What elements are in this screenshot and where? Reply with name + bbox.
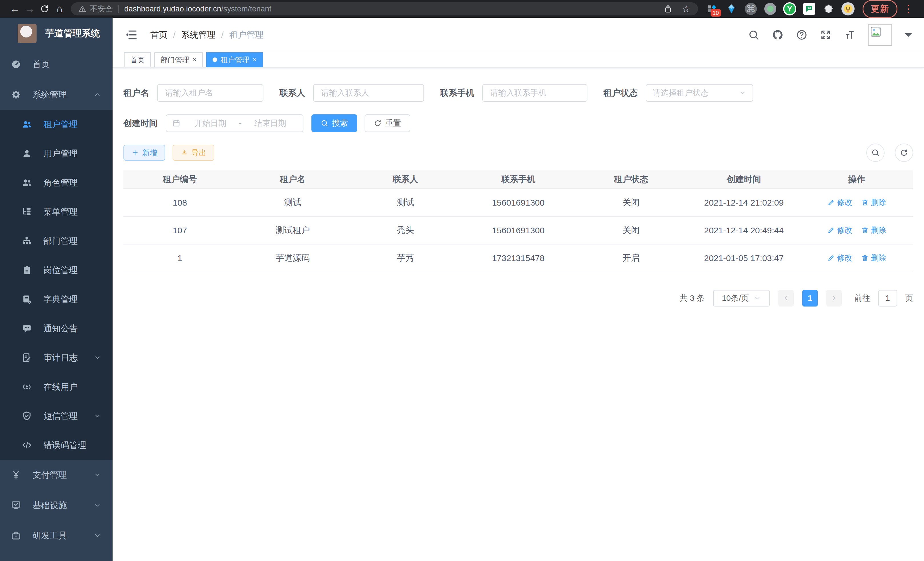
sidebar-item-label: 通知公告: [44, 323, 78, 335]
github-icon[interactable]: [772, 29, 783, 41]
sidebar-item-home[interactable]: 首页: [0, 49, 112, 80]
cell-contact: 秃头: [349, 217, 462, 244]
edit-link[interactable]: 修改: [827, 225, 853, 235]
breadcrumb-separator: /: [173, 30, 176, 40]
trash-icon: [861, 199, 868, 206]
browser-menu-icon[interactable]: ⋮: [903, 3, 914, 15]
browser-forward-button[interactable]: →: [22, 2, 37, 16]
sidebar-item-error-code[interactable]: 错误码管理: [0, 431, 112, 460]
url-divider: [118, 5, 118, 13]
extension-command-icon[interactable]: ⌘: [744, 2, 758, 15]
status-select[interactable]: 请选择租户状态: [646, 84, 753, 102]
tab-tenant[interactable]: 租户管理 ×: [206, 52, 263, 67]
create-time-label: 创建时间: [123, 117, 158, 129]
pagination-total: 共 3 条: [680, 293, 705, 304]
user-avatar[interactable]: [868, 24, 892, 46]
browser-update-button[interactable]: 更新: [862, 0, 897, 18]
tab-home[interactable]: 首页: [124, 52, 151, 67]
search-icon: [871, 148, 880, 157]
fullscreen-icon[interactable]: [820, 29, 831, 41]
delete-link[interactable]: 删除: [861, 225, 886, 235]
edit-link[interactable]: 修改: [827, 253, 853, 263]
share-icon[interactable]: [664, 5, 672, 13]
kite-icon: [726, 4, 736, 14]
browser-home-button[interactable]: ⌂: [52, 2, 67, 16]
table-header-row: 租户编号 租户名 联系人 联系手机 租户状态 创建时间 操作: [123, 170, 913, 189]
tab-close-icon[interactable]: ×: [193, 56, 196, 63]
pagination: 共 3 条 10条/页 1 前往 页: [123, 290, 913, 307]
cell-tenant-name: 芋道源码: [236, 244, 349, 272]
tab-dept[interactable]: 部门管理 ×: [154, 52, 203, 67]
export-button[interactable]: 导出: [172, 145, 214, 161]
sidebar-item-dept[interactable]: 部门管理: [0, 226, 112, 256]
page-size-select[interactable]: 10条/页: [713, 290, 770, 307]
plus-icon: [131, 149, 139, 156]
sidebar-item-system[interactable]: 系统管理: [0, 80, 112, 110]
sidebar-item-dict[interactable]: 字典管理: [0, 285, 112, 314]
sidebar-item-online-users[interactable]: 在线用户: [0, 372, 112, 402]
dictionary-icon: [22, 294, 32, 305]
cell-mobile: 17321315478: [462, 244, 575, 272]
extensions-puzzle-icon[interactable]: [822, 2, 835, 15]
font-size-icon[interactable]: [844, 29, 855, 41]
extension-y-icon[interactable]: Y: [783, 2, 796, 15]
edit-pencil-icon: [827, 199, 835, 206]
gear-icon: [11, 89, 21, 100]
current-page-button[interactable]: 1: [802, 290, 818, 307]
delete-link[interactable]: 删除: [861, 197, 886, 208]
extension-recorder-icon[interactable]: [764, 2, 777, 15]
sidebar-logo[interactable]: 芋道管理系统: [0, 18, 112, 49]
sidebar-item-devtools[interactable]: 研发工具: [0, 520, 112, 551]
sidebar-item-audit-log[interactable]: 审计日志: [0, 343, 112, 372]
tenant-name-input[interactable]: [157, 84, 263, 102]
help-icon[interactable]: [796, 29, 807, 41]
header-search-icon[interactable]: [748, 29, 759, 41]
browser-reload-button[interactable]: [37, 2, 52, 16]
add-button[interactable]: 新增: [123, 145, 165, 161]
url-path: /system/tenant: [221, 5, 272, 14]
extension-chat-icon[interactable]: [802, 2, 816, 15]
calendar-icon: [172, 119, 181, 128]
edit-link[interactable]: 修改: [827, 197, 853, 208]
sidebar-item-pay[interactable]: 支付管理: [0, 460, 112, 490]
address-bar[interactable]: 不安全 dashboard.yudao.iocoder.cn/system/te…: [71, 2, 698, 15]
sidebar-item-notice[interactable]: 通知公告: [0, 314, 112, 343]
contact-input[interactable]: [313, 84, 424, 102]
avatar-caret-icon[interactable]: [904, 33, 912, 41]
mobile-input[interactable]: [482, 84, 587, 102]
reload-icon: [40, 4, 49, 14]
security-label[interactable]: 不安全: [90, 4, 113, 14]
sidebar-item-user[interactable]: 用户管理: [0, 139, 112, 168]
sidebar-item-menu[interactable]: 菜单管理: [0, 197, 112, 226]
sidebar-item-sms[interactable]: 短信管理: [0, 402, 112, 431]
start-date-placeholder[interactable]: 开始日期: [183, 118, 237, 129]
sidebar-item-post[interactable]: 岗位管理: [0, 256, 112, 285]
breadcrumb-system[interactable]: 系统管理: [181, 29, 215, 41]
extension-kite-icon[interactable]: [725, 2, 738, 15]
sidebar-item-role[interactable]: 角色管理: [0, 168, 112, 197]
bookmark-star-icon[interactable]: ☆: [682, 4, 691, 14]
next-page-button[interactable]: [826, 290, 842, 307]
sidebar-item-infra[interactable]: 基础设施: [0, 490, 112, 520]
toggle-search-button[interactable]: [866, 144, 885, 162]
create-time-range-picker[interactable]: 开始日期 - 结束日期: [166, 114, 303, 132]
search-button[interactable]: 搜索: [311, 114, 357, 132]
edit-pencil-icon: [827, 226, 835, 234]
sidebar-item-label: 用户管理: [44, 148, 78, 159]
yen-icon: [11, 470, 21, 480]
extension-grid-icon[interactable]: 10: [705, 2, 718, 15]
sidebar-item-tenant[interactable]: 租户管理: [0, 110, 112, 139]
delete-link[interactable]: 删除: [861, 253, 886, 263]
profile-avatar[interactable]: [842, 2, 855, 15]
browser-back-button[interactable]: ←: [8, 2, 22, 16]
refresh-table-button[interactable]: [895, 144, 913, 162]
sidebar-fold-icon[interactable]: [124, 28, 138, 41]
breadcrumb-home[interactable]: 首页: [150, 29, 167, 41]
prev-page-button[interactable]: [778, 290, 794, 307]
reset-button[interactable]: 重置: [364, 114, 410, 132]
refresh-icon: [900, 148, 908, 157]
goto-page-input[interactable]: [878, 290, 897, 307]
end-date-placeholder[interactable]: 结束日期: [243, 118, 297, 129]
tab-close-icon[interactable]: ×: [253, 56, 256, 63]
user-icon: [22, 148, 32, 159]
